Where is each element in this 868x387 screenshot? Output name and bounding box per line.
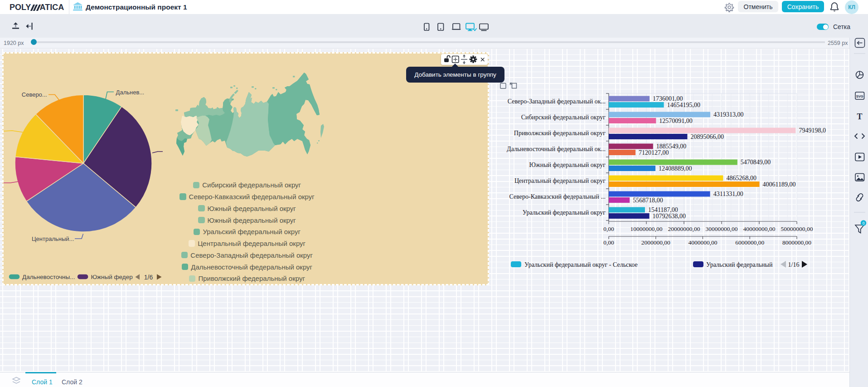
- svg-text:SVG: SVG: [856, 94, 863, 98]
- svg-text:10792638,00: 10792638,00: [653, 213, 686, 220]
- svg-text:Центральный федеральный округ: Центральный федеральный округ: [514, 177, 606, 184]
- svg-text:0,00: 0,00: [603, 225, 614, 232]
- svg-text:5470849,00: 5470849,00: [741, 159, 771, 166]
- svg-text:Уральский федеральный: Уральский федеральный: [706, 261, 773, 268]
- svg-text:20000000,00: 20000000,00: [668, 225, 700, 232]
- svg-text:Южный федеральный округ: Южный федеральный округ: [529, 162, 606, 168]
- svg-text:40000000,00: 40000000,00: [743, 225, 776, 232]
- svg-text:40061189,00: 40061189,00: [763, 181, 796, 188]
- svg-text:10000000,00: 10000000,00: [630, 225, 663, 232]
- svg-text:Сибирский федеральный округ: Сибирский федеральный округ: [521, 114, 606, 121]
- svg-text:4319313,00: 4319313,00: [713, 111, 744, 118]
- svg-text:4865268,00: 4865268,00: [726, 175, 756, 181]
- svg-text:0: 0: [863, 221, 865, 225]
- svg-text:T: T: [857, 112, 862, 121]
- svg-text:Северо-Западный федеральный ок: Северо-Западный федеральный ок...: [508, 98, 606, 105]
- svg-text:4311331,00: 4311331,00: [713, 191, 743, 197]
- svg-text:Уральский федеральный округ -: Уральский федеральный округ - Сельское: [524, 261, 638, 268]
- svg-text:6000000,00: 6000000,00: [735, 239, 764, 246]
- svg-text:5568718,00: 5568718,00: [633, 197, 663, 204]
- svg-text:20895066,00: 20895066,00: [690, 133, 724, 140]
- svg-text:50000000,00: 50000000,00: [781, 225, 813, 232]
- svg-text:Северо...: Северо...: [22, 91, 47, 98]
- svg-text:12570091,00: 12570091,00: [659, 118, 693, 124]
- svg-text:Дальневосточный федеральный ок: Дальневосточный федеральный ок...: [507, 146, 606, 152]
- svg-text:Дальневосточны...: Дальневосточны...: [22, 274, 75, 280]
- svg-text:12408889,00: 12408889,00: [659, 165, 692, 172]
- svg-text:7120127,00: 7120127,00: [639, 149, 669, 156]
- svg-text:30000000,00: 30000000,00: [706, 225, 738, 232]
- svg-text:4000000,00: 4000000,00: [688, 239, 717, 246]
- svg-text:14654195,00: 14654195,00: [667, 102, 701, 108]
- svg-text:8000000,00: 8000000,00: [782, 239, 811, 246]
- svg-text:1/16: 1/16: [788, 261, 800, 268]
- svg-text:2000000,00: 2000000,00: [641, 239, 670, 246]
- svg-text:Центральный...: Центральный...: [32, 235, 74, 242]
- svg-text:0,00: 0,00: [603, 239, 614, 246]
- svg-text:Северо-Кавказский федеральный: Северо-Кавказский федеральный ...: [509, 193, 606, 200]
- svg-text:Уральский федеральный округ: Уральский федеральный округ: [523, 209, 606, 216]
- svg-text:Дальнев...: Дальнев...: [116, 89, 145, 96]
- svg-text:7949198,0: 7949198,0: [799, 127, 826, 134]
- svg-text:Приволжский федеральный округ: Приволжский федеральный округ: [514, 130, 606, 137]
